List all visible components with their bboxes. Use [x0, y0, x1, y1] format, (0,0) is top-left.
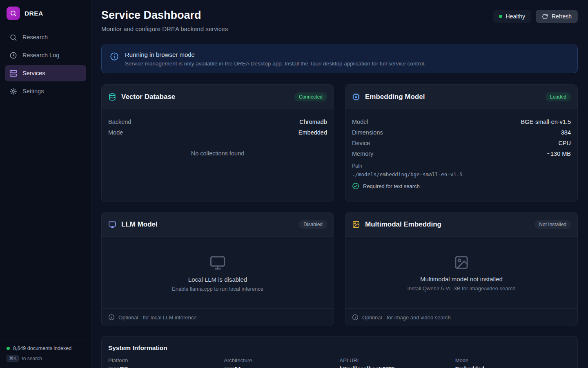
app: DREA Research Research Log Services Sett… [0, 0, 588, 368]
field-row: Mode Embedded [108, 127, 327, 138]
field-value: 384 [561, 129, 571, 136]
sidebar-item-research-log[interactable]: Research Log [5, 47, 86, 63]
sidebar-item-services[interactable]: Services [5, 65, 86, 81]
info-icon [110, 52, 119, 61]
empty-collections-message: No collections found [108, 150, 327, 157]
card-title: Vector Database [121, 93, 175, 101]
sidebar-item-label: Settings [22, 88, 44, 94]
field-value: Chromadb [299, 119, 327, 125]
gear-icon [9, 88, 17, 95]
field-label: Mode [108, 129, 123, 136]
status-badge: Not Installed [535, 220, 571, 229]
sidebar-item-label: Research Log [22, 52, 59, 58]
documents-indexed: 8,649 documents indexed [7, 346, 85, 351]
field-row: Backend Chromadb [108, 117, 327, 127]
field-row: Model BGE-small-en-v1.5 [352, 117, 571, 127]
llm-empty-state: Local LLM is disabled Enable llama.cpp t… [108, 244, 327, 302]
status-badge: Loaded [546, 92, 571, 101]
refresh-button[interactable]: Refresh [536, 10, 578, 23]
sidebar-item-research[interactable]: Research [5, 29, 86, 45]
field-label: Backend [108, 119, 131, 125]
app-logo [7, 7, 20, 20]
field-label: Mode [455, 357, 571, 364]
health-status-badge: Healthy [493, 10, 531, 23]
card-llm-model: LLM Model Disabled Local LLM is disabled… [101, 212, 334, 326]
indexed-label: 8,649 documents indexed [13, 346, 71, 351]
field-label: Model [352, 119, 368, 125]
shortcut-hint-label: to search [22, 356, 42, 361]
multimodal-empty-state: Multimodal model not installed Install Q… [352, 244, 571, 302]
sys-field-mode: Mode Embedded [455, 357, 571, 368]
card-footnote: Optional - for image and video search [345, 308, 577, 326]
database-icon [108, 93, 116, 101]
field-label: API URL [340, 357, 455, 364]
footnote-label: Optional - for local LLM inference [118, 314, 196, 321]
page-subtitle: Monitor and configure DREA backend servi… [101, 25, 228, 32]
system-information-panel: System Information Platform macOS Archit… [101, 336, 578, 368]
field-value: arm64 [224, 366, 339, 368]
card-header: Embedding Model Loaded [345, 85, 577, 109]
path-label: Path [352, 163, 571, 169]
search-icon [9, 34, 17, 41]
page-title: Service Dashboard [101, 9, 228, 22]
card-body: Multimodal model not installed Install Q… [345, 237, 577, 308]
field-label: Device [352, 140, 370, 146]
card-vector-database: Vector Database Connected Backend Chroma… [101, 84, 334, 202]
card-title: Embedding Model [365, 93, 425, 101]
page-header: Service Dashboard Monitor and configure … [101, 9, 578, 32]
sidebar-item-label: Services [22, 70, 45, 76]
card-header: Vector Database Connected [102, 85, 334, 109]
banner-text: Running in browser mode Service manageme… [125, 51, 425, 67]
info-icon [352, 314, 359, 321]
field-value: CPU [558, 140, 571, 146]
requirement-note: Required for text search [352, 182, 571, 190]
field-value: http://localhost:8765 [340, 366, 455, 368]
banner-message: Service management is only available in … [125, 61, 425, 67]
banner-title: Running in browser mode [125, 51, 425, 58]
status-badge: Connected [294, 92, 327, 101]
model-path: ./models/embedding/bge-small-en-v1.5 [352, 171, 571, 177]
health-label: Healthy [506, 13, 525, 20]
empty-state-title: Multimodal model not installed [420, 276, 503, 283]
brand-name: DREA [24, 10, 43, 17]
sidebar-item-settings[interactable]: Settings [5, 83, 86, 99]
monitor-icon [209, 254, 226, 271]
card-body: Backend Chromadb Mode Embedded No collec… [102, 109, 334, 202]
card-body: Local LLM is disabled Enable llama.cpp t… [102, 237, 334, 308]
field-row: Dimensions 384 [352, 127, 571, 138]
sidebar: DREA Research Research Log Services Sett… [0, 0, 91, 368]
page-heading: Service Dashboard Monitor and configure … [101, 9, 228, 32]
field-label: Architecture [224, 357, 339, 364]
field-value: ~130 MB [547, 150, 571, 157]
card-footnote: Optional - for local LLM inference [102, 308, 334, 326]
search-icon [10, 10, 17, 17]
brand: DREA [0, 0, 91, 27]
empty-state-title: Local LLM is disabled [188, 276, 247, 283]
sidebar-footer: 8,649 documents indexed ⌘K to search [0, 339, 91, 368]
header-actions: Healthy Refresh [493, 10, 578, 23]
image-icon [352, 220, 360, 229]
status-badge: Disabled [299, 220, 327, 229]
clock-icon [9, 52, 17, 59]
field-value: BGE-small-en-v1.5 [521, 119, 571, 125]
card-title: Multimodal Embedding [365, 220, 441, 229]
command-k-key: ⌘K [7, 355, 19, 362]
cpu-icon [352, 93, 360, 101]
image-icon [453, 254, 470, 271]
empty-state-subtitle: Enable llama.cpp to run local inference [172, 286, 263, 292]
service-cards-grid: Vector Database Connected Backend Chroma… [101, 84, 578, 326]
refresh-label: Refresh [552, 13, 572, 20]
field-row: Device CPU [352, 138, 571, 148]
card-body: Model BGE-small-en-v1.5 Dimensions 384 D… [345, 109, 577, 202]
field-value: Embedded [298, 129, 327, 136]
card-embedding-model: Embedding Model Loaded Model BGE-small-e… [345, 84, 578, 202]
status-dot-icon [7, 347, 10, 350]
field-label: Dimensions [352, 129, 383, 136]
field-row: Memory ~130 MB [352, 148, 571, 159]
sys-field-api-url: API URL http://localhost:8765 [340, 357, 455, 368]
refresh-icon [542, 13, 548, 20]
empty-state-subtitle: Install Qwen2.5-VL-3B for image/video se… [407, 285, 515, 292]
sys-field-architecture: Architecture arm64 [224, 357, 339, 368]
footnote-label: Optional - for image and video search [362, 314, 451, 321]
sys-field-platform: Platform macOS [108, 357, 224, 368]
